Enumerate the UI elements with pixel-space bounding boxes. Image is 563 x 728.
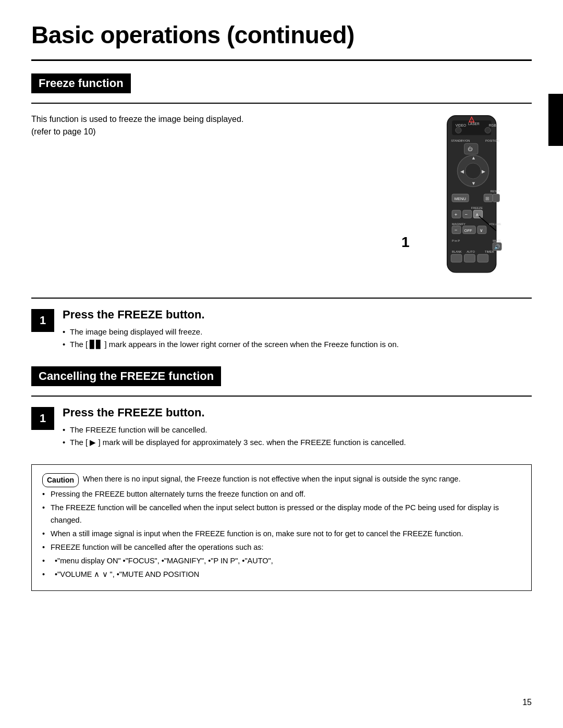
svg-text:TIMER: TIMER: [485, 250, 494, 253]
caution-first-text: When there is no input signal, the Freez…: [83, 473, 521, 486]
remote-step-number: 1: [401, 234, 410, 251]
caution-item-3: The FREEZE function will be cancelled wh…: [42, 502, 521, 527]
svg-text:🔊: 🔊: [494, 244, 500, 250]
freeze-description-line2: (refer to page 10): [31, 126, 396, 138]
freeze-bullet-2: The [ ▊▊ ] mark appears in the lower rig…: [63, 338, 399, 351]
freeze-section-rule: [31, 103, 532, 104]
svg-text:⏻: ⏻: [468, 146, 473, 152]
cancelling-step-bullets: The FREEZE function will be cancelled. T…: [63, 424, 406, 449]
caution-item-2: Pressing the FREEZE button alternately t…: [42, 488, 521, 501]
freeze-step-rule: [31, 298, 532, 299]
svg-text:MUTE: MUTE: [493, 239, 501, 242]
freeze-function-section: Freeze function This function is used to…: [31, 73, 532, 282]
freeze-step-bullets: The image being displayed will freeze. T…: [63, 326, 399, 351]
cancelling-section-rule: [31, 396, 532, 397]
freeze-description-line1: This function is used to freeze the imag…: [31, 113, 396, 126]
svg-text:RGB: RGB: [489, 124, 497, 127]
caution-item-5: FREEZE function will be cancelled after …: [42, 541, 521, 554]
svg-rect-49: [464, 254, 475, 262]
svg-text:⊞: ⊞: [485, 195, 489, 201]
svg-rect-24: [493, 194, 499, 202]
svg-text:∧: ∧: [475, 212, 479, 217]
freeze-content: This function is used to freeze the imag…: [31, 113, 532, 282]
cancelling-bullet-2: The [ ▶ ] mark will be displayed for app…: [63, 436, 406, 449]
svg-rect-48: [451, 254, 462, 262]
freeze-step-item: 1 Press the FREEZE button. The image bei…: [31, 308, 532, 351]
svg-text:−: −: [455, 227, 458, 233]
side-tab: [548, 94, 563, 146]
page-number: 15: [522, 698, 532, 707]
caution-item-4: When a still image signal is input when …: [42, 528, 521, 540]
title-rule: [31, 59, 532, 61]
caution-item-6: •"menu display ON" •"FOCUS", •"MAGNIFY",…: [42, 555, 521, 567]
svg-text:◀: ◀: [460, 168, 464, 174]
page-container: Basic operations (continued) Freeze func…: [0, 0, 563, 728]
svg-text:FREEZE: FREEZE: [471, 206, 483, 209]
svg-text:MAGNIFY: MAGNIFY: [452, 223, 466, 226]
freeze-text: This function is used to freeze the imag…: [31, 113, 417, 138]
caution-item-7: •"VOLUME ∧ ∨ ", •"MUTE AND POSITION: [42, 569, 521, 581]
cancelling-step-content: Press the FREEZE button. The FREEZE func…: [63, 406, 406, 449]
svg-text:VOLUME: VOLUME: [489, 223, 501, 226]
cancelling-section-header: Cancelling the FREEZE function: [31, 366, 221, 386]
svg-text:BLANK: BLANK: [452, 250, 462, 253]
svg-text:VIDEO: VIDEO: [456, 124, 466, 127]
cancelling-step-item: 1 Press the FREEZE button. The FREEZE fu…: [31, 406, 532, 449]
page-title: Basic operations (continued): [31, 21, 532, 49]
freeze-section-header: Freeze function: [31, 73, 131, 93]
freeze-step-section: 1 Press the FREEZE button. The image bei…: [31, 308, 532, 351]
svg-text:▶: ▶: [482, 168, 485, 174]
caution-label: Caution: [42, 473, 79, 487]
svg-rect-50: [478, 254, 488, 262]
svg-text:OFF: OFF: [464, 228, 472, 233]
remote-illustration: VIDEO RGB LASER ! STANDBY/ON POSITION: [417, 113, 521, 280]
svg-text:▼: ▼: [471, 180, 476, 186]
freeze-step-content: Press the FREEZE button. The image being…: [63, 308, 399, 351]
svg-point-7: [456, 127, 461, 133]
svg-text:+: +: [455, 212, 458, 217]
cancelling-bullet-1: The FREEZE function will be cancelled.: [63, 424, 406, 436]
svg-text:−: −: [465, 212, 468, 217]
caution-list: Pressing the FREEZE button alternately t…: [42, 488, 521, 581]
freeze-step-heading: Press the FREEZE button.: [63, 308, 399, 322]
remote-container: 1 VIDEO RGB LASER !: [417, 113, 532, 282]
svg-text:POSITION: POSITION: [485, 139, 499, 142]
svg-text:STANDBY/ON: STANDBY/ON: [451, 139, 470, 142]
svg-text:P in P: P in P: [452, 239, 460, 242]
svg-point-14: [465, 163, 481, 179]
cancelling-section: Cancelling the FREEZE function 1 Press t…: [31, 366, 532, 449]
caution-box: Caution When there is no input signal, t…: [31, 464, 532, 591]
svg-text:▲: ▲: [471, 155, 476, 161]
svg-text:RESET: RESET: [490, 190, 500, 193]
freeze-step-number: 1: [31, 309, 54, 332]
svg-text:AUTO: AUTO: [467, 250, 475, 253]
cancelling-step-heading: Press the FREEZE button.: [63, 406, 406, 419]
svg-text:MENU: MENU: [455, 196, 466, 201]
caution-first-line: Caution When there is no input signal, t…: [42, 473, 521, 487]
svg-point-8: [485, 127, 491, 133]
freeze-bullet-1: The image being displayed will freeze.: [63, 326, 399, 338]
cancelling-step-number: 1: [31, 407, 54, 430]
svg-text:∨: ∨: [480, 227, 483, 233]
